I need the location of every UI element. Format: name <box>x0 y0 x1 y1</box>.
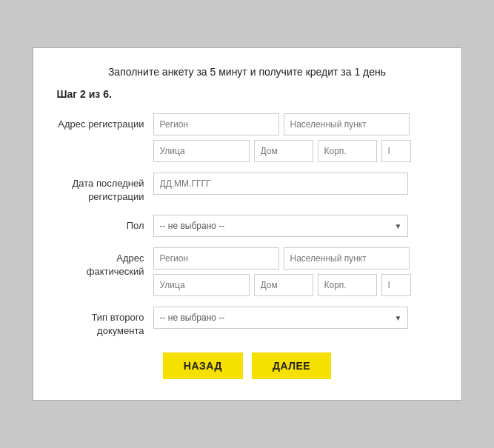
doc-type-select-wrapper: -- не выбрано -- Паспорт СНИЛС ИНН <box>153 307 408 329</box>
address-fact-row: Адрес фактический <box>57 247 438 296</box>
reg-kv-input[interactable] <box>381 140 411 162</box>
doc-type-row: Тип второго документа -- не выбрано -- П… <box>57 307 438 338</box>
address-reg-label: Адрес регистрации <box>57 113 153 131</box>
step-label: Шаг 2 из 6. <box>57 88 438 100</box>
date-input[interactable] <box>153 173 408 195</box>
reg-house-input[interactable] <box>254 140 313 162</box>
doc-type-select-row: -- не выбрано -- Паспорт СНИЛС ИНН <box>153 307 438 329</box>
fact-street-input[interactable] <box>153 274 250 296</box>
address-fact-label: Адрес фактический <box>57 247 153 278</box>
reg-street-input[interactable] <box>153 140 250 162</box>
reg-city-input[interactable] <box>284 113 410 136</box>
fact-region-input[interactable] <box>153 247 279 270</box>
doc-type-inputs: -- не выбрано -- Паспорт СНИЛС ИНН <box>153 307 438 329</box>
date-input-row <box>153 173 438 195</box>
buttons-row: НАЗАД ДАЛЕЕ <box>57 352 438 379</box>
address-reg-row2 <box>153 140 438 162</box>
gender-label: Пол <box>57 215 153 233</box>
address-fact-row2 <box>153 274 438 296</box>
date-inputs <box>153 173 438 195</box>
gender-row: Пол -- не выбрано -- Мужской Женский <box>57 215 438 237</box>
next-button[interactable]: ДАЛЕЕ <box>252 352 331 379</box>
address-fact-inputs <box>153 247 438 296</box>
gender-select[interactable]: -- не выбрано -- Мужской Женский <box>153 215 408 237</box>
fact-korp-input[interactable] <box>318 274 377 296</box>
doc-type-label: Тип второго документа <box>57 307 153 338</box>
form-title: Заполните анкету за 5 минут и получите к… <box>57 66 438 78</box>
address-fact-row1 <box>153 247 438 270</box>
form-container: Заполните анкету за 5 минут и получите к… <box>33 47 462 401</box>
date-row: Дата последней регистрации <box>57 173 438 204</box>
address-reg-inputs <box>153 113 438 162</box>
doc-type-select[interactable]: -- не выбрано -- Паспорт СНИЛС ИНН <box>153 307 408 329</box>
fact-house-input[interactable] <box>254 274 313 296</box>
fact-city-input[interactable] <box>284 247 410 270</box>
back-button[interactable]: НАЗАД <box>163 352 243 379</box>
reg-region-input[interactable] <box>153 113 279 136</box>
fact-kv-input[interactable] <box>381 274 411 296</box>
address-reg-row: Адрес регистрации <box>57 113 438 162</box>
reg-korp-input[interactable] <box>318 140 377 162</box>
gender-inputs: -- не выбрано -- Мужской Женский <box>153 215 438 237</box>
date-label: Дата последней регистрации <box>57 173 153 204</box>
gender-select-wrapper: -- не выбрано -- Мужской Женский <box>153 215 408 237</box>
gender-select-row: -- не выбрано -- Мужской Женский <box>153 215 438 237</box>
address-reg-row1 <box>153 113 438 136</box>
